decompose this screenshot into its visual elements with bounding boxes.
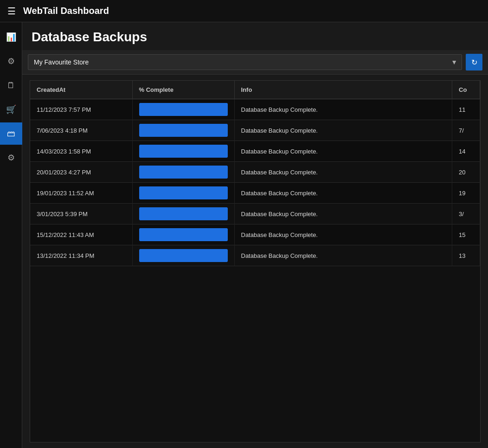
cell-complete <box>132 245 234 266</box>
progress-bar-fill <box>139 186 228 199</box>
backup-table-container: CreatedAt % Complete Info Co 11/12/2023 … <box>30 80 481 442</box>
progress-bar-fill <box>139 249 228 262</box>
col-header-info: Info <box>234 81 452 99</box>
cell-info: Database Backup Complete. <box>234 162 452 183</box>
cell-info: Database Backup Complete. <box>234 120 452 141</box>
menu-icon[interactable]: ☰ <box>7 6 16 17</box>
cell-info: Database Backup Complete. <box>234 141 452 162</box>
table-row: 11/12/2023 7:57 PMDatabase Backup Comple… <box>30 99 480 120</box>
sidebar-item-chart[interactable]: 📊 <box>0 26 22 48</box>
refresh-icon: ↻ <box>471 58 477 67</box>
table-header-row: CreatedAt % Complete Info Co <box>30 81 480 99</box>
cart-icon: 🛒 <box>6 104 16 115</box>
table-row: 15/12/2022 11:43 AMDatabase Backup Compl… <box>30 224 480 245</box>
cell-info: Database Backup Complete. <box>234 224 452 245</box>
cell-createdat: 14/03/2023 1:58 PM <box>30 141 132 162</box>
page-title: Database Backups <box>22 22 488 50</box>
col-header-createdat: CreatedAt <box>30 81 132 99</box>
col-header-co: Co <box>452 81 480 99</box>
cell-complete <box>132 141 234 162</box>
progress-bar-fill <box>139 166 228 179</box>
table-row: 3/01/2023 5:39 PMDatabase Backup Complet… <box>30 204 480 224</box>
top-bar: ☰ WebTail Dashboard <box>0 0 488 22</box>
orders-icon: 🗒 <box>7 81 15 90</box>
refresh-button[interactable]: ↻ <box>466 54 482 70</box>
cell-complete <box>132 183 234 204</box>
store-selector-bar: My Favourite Store ▼ ↻ <box>22 50 488 75</box>
cell-info: Database Backup Complete. <box>234 99 452 120</box>
main-content: Database Backups My Favourite Store ▼ ↻ … <box>22 22 488 448</box>
cell-complete <box>132 224 234 245</box>
cell-createdat: 19/01/2023 11:52 AM <box>30 183 132 204</box>
cell-info: Database Backup Complete. <box>234 245 452 266</box>
progress-bar-container <box>139 103 228 116</box>
progress-bar-fill <box>139 207 228 220</box>
cell-co: 3/ <box>452 204 480 224</box>
cell-co: 15 <box>452 224 480 245</box>
cell-createdat: 3/01/2023 5:39 PM <box>30 204 132 224</box>
store-select-wrapper: My Favourite Store ▼ <box>28 54 462 70</box>
table-row: 19/01/2023 11:52 AMDatabase Backup Compl… <box>30 183 480 204</box>
layout: 📊 ⚙ 🗒 🛒 🗃 ⚙ Database Backups My Favourit… <box>0 22 488 448</box>
backup-table: CreatedAt % Complete Info Co 11/12/2023 … <box>30 81 480 266</box>
table-row: 13/12/2022 11:34 PMDatabase Backup Compl… <box>30 245 480 266</box>
database-icon: 🗃 <box>7 129 15 139</box>
sidebar-item-cart[interactable]: 🛒 <box>0 98 22 121</box>
cell-createdat: 15/12/2022 11:43 AM <box>30 224 132 245</box>
cell-co: 13 <box>452 245 480 266</box>
sidebar: 📊 ⚙ 🗒 🛒 🗃 ⚙ <box>0 22 22 448</box>
app-title: WebTail Dashboard <box>23 6 109 16</box>
cell-co: 11 <box>452 99 480 120</box>
table-row: 20/01/2023 4:27 PMDatabase Backup Comple… <box>30 162 480 183</box>
cell-complete <box>132 99 234 120</box>
store-select[interactable]: My Favourite Store <box>28 54 462 70</box>
progress-bar-container <box>139 228 228 241</box>
col-header-complete: % Complete <box>132 81 234 99</box>
cell-co: 14 <box>452 141 480 162</box>
cell-info: Database Backup Complete. <box>234 204 452 224</box>
cell-co: 7/ <box>452 120 480 141</box>
cell-complete <box>132 162 234 183</box>
cell-createdat: 13/12/2022 11:34 PM <box>30 245 132 266</box>
progress-bar-fill <box>139 228 228 241</box>
cell-co: 20 <box>452 162 480 183</box>
table-row: 7/06/2023 4:18 PMDatabase Backup Complet… <box>30 120 480 141</box>
settings-icon: ⚙ <box>7 56 15 66</box>
cell-co: 19 <box>452 183 480 204</box>
cell-createdat: 11/12/2023 7:57 PM <box>30 99 132 120</box>
progress-bar-container <box>139 186 228 199</box>
progress-bar-fill <box>139 124 228 137</box>
sidebar-item-config[interactable]: ⚙ <box>0 147 22 169</box>
cell-createdat: 7/06/2023 4:18 PM <box>30 120 132 141</box>
sidebar-item-settings[interactable]: ⚙ <box>0 50 22 72</box>
progress-bar-container <box>139 166 228 179</box>
sidebar-item-orders[interactable]: 🗒 <box>0 74 22 96</box>
config-icon: ⚙ <box>7 153 15 163</box>
progress-bar-container <box>139 124 228 137</box>
table-row: 14/03/2023 1:58 PMDatabase Backup Comple… <box>30 141 480 162</box>
progress-bar-fill <box>139 145 228 158</box>
progress-bar-container <box>139 145 228 158</box>
progress-bar-container <box>139 207 228 220</box>
cell-info: Database Backup Complete. <box>234 183 452 204</box>
chart-icon: 📊 <box>6 32 16 42</box>
cell-createdat: 20/01/2023 4:27 PM <box>30 162 132 183</box>
progress-bar-container <box>139 249 228 262</box>
cell-complete <box>132 120 234 141</box>
cell-complete <box>132 204 234 224</box>
sidebar-item-database[interactable]: 🗃 <box>0 122 22 145</box>
progress-bar-fill <box>139 103 228 116</box>
